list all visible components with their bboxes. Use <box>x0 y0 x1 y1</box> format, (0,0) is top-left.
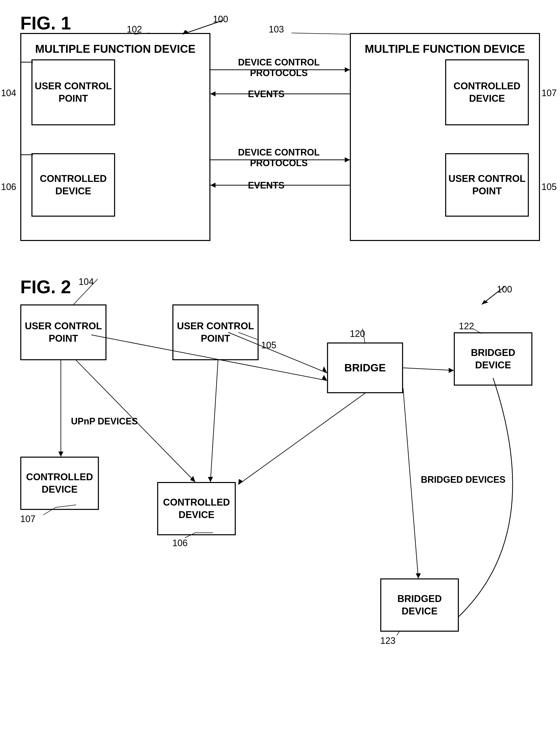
svg-line-28 <box>403 368 454 370</box>
svg-marker-21 <box>190 476 195 482</box>
bridged-devices-label: BRIDGED DEVICES <box>421 474 506 485</box>
svg-line-30 <box>238 393 365 484</box>
svg-marker-14 <box>210 183 216 188</box>
ref-102: 102 <box>127 24 142 35</box>
fig2-cd1-box: CONTROLLED DEVICE <box>20 457 99 510</box>
ucp-right-box: USER CONTROL POINT <box>445 153 529 217</box>
fig2-bridged2-box: BRIDGED DEVICE <box>380 578 459 632</box>
svg-marker-7 <box>210 91 216 96</box>
svg-line-26 <box>210 360 218 482</box>
svg-marker-25 <box>323 366 327 373</box>
ucp-left-box: USER CONTROL POINT <box>31 59 115 125</box>
svg-marker-29 <box>449 368 454 373</box>
ref-100-fig1: 100 <box>213 14 228 25</box>
fig2-bridged1-box: BRIDGED DEVICE <box>454 332 532 386</box>
svg-marker-33 <box>416 573 421 578</box>
events2-label: EVENTS <box>228 180 304 191</box>
events1-label: EVENTS <box>228 89 304 99</box>
fig2-ucp1-box: USER CONTROL POINT <box>20 304 106 360</box>
svg-line-3 <box>292 33 350 34</box>
svg-marker-19 <box>58 452 64 457</box>
ref-105: 105 <box>542 181 557 193</box>
fig2-ref-123: 123 <box>380 636 396 646</box>
dcp1-label: DEVICE CONTROL PROTOCOLS <box>210 57 347 78</box>
fig2-ref-122: 122 <box>459 321 474 332</box>
svg-marker-16 <box>482 300 488 304</box>
fig2-cd2-box: CONTROLLED DEVICE <box>157 482 236 535</box>
fig2-ref-120: 120 <box>350 329 365 339</box>
cd-right-top-box: CONTROLLED DEVICE <box>445 59 529 125</box>
mfd-left-box: MULTIPLE FUNCTION DEVICE USER CONTROL PO… <box>20 33 210 241</box>
dcp2-label: DEVICE CONTROL PROTOCOLS <box>210 147 347 169</box>
fig2-ref-107: 107 <box>20 514 35 524</box>
svg-marker-27 <box>208 477 213 482</box>
svg-marker-23 <box>322 375 327 380</box>
fig2-ref-104: 104 <box>79 277 94 287</box>
ref-107: 107 <box>542 87 557 99</box>
cd-left-box: CONTROLLED DEVICE <box>31 153 115 217</box>
fig2-bridge-box: BRIDGE <box>327 343 403 393</box>
upnp-devices-label: UPnP DEVICES <box>71 416 138 427</box>
fig2-label: FIG. 2 <box>20 277 71 297</box>
fig2-ref-106: 106 <box>173 538 188 548</box>
ref-104: 104 <box>1 87 16 99</box>
fig2-ucp2-box: USER CONTROL POINT <box>173 304 258 360</box>
mfd-right-box: MULTIPLE FUNCTION DEVICE CONTROLLED DEVI… <box>350 33 540 241</box>
ref-106: 106 <box>1 181 16 193</box>
fig1-label: FIG. 1 <box>20 13 71 33</box>
svg-marker-31 <box>238 479 243 484</box>
fig2-ref-100: 100 <box>497 284 512 295</box>
fig2-ref-105: 105 <box>261 340 276 351</box>
svg-line-37 <box>397 632 399 636</box>
ref-103: 103 <box>269 24 284 35</box>
svg-line-32 <box>403 388 418 578</box>
